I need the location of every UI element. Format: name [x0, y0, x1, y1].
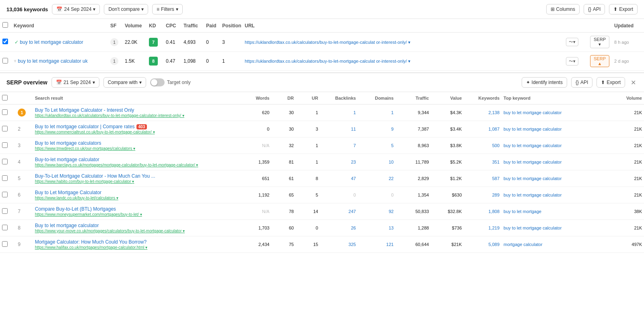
keyword-link[interactable]: buy to let mortgage calculator: [20, 39, 83, 45]
serp-select-all[interactable]: [2, 95, 8, 100]
keywords-link[interactable]: 5,089: [489, 242, 500, 247]
result-url[interactable]: https://uklandlordtax.co.uk/calculators/…: [35, 113, 238, 118]
chevron-down: ▾: [573, 59, 576, 64]
serp-row-checkbox[interactable]: [2, 192, 8, 197]
row-checkbox[interactable]: [2, 39, 8, 44]
result-url[interactable]: https://www.tmwdirect.co.uk/our-mortgage…: [35, 146, 238, 151]
serp-result-row: 8 Buy to let mortgage calculator https:/…: [0, 220, 644, 236]
result-title[interactable]: Buy to let mortgage calculators: [35, 140, 101, 146]
top-keyword-link[interactable]: buy to let mortgage calculator: [504, 176, 561, 181]
result-url[interactable]: https://www.barclays.co.uk/mortgages/mor…: [35, 163, 238, 167]
top-keyword-link[interactable]: buy to let mortgage: [504, 209, 541, 214]
top-keyword-link[interactable]: buy to let mortgage calculator: [504, 160, 561, 164]
serp-button[interactable]: SERP ▲: [590, 55, 609, 67]
serp-row-checkbox[interactable]: [2, 142, 8, 148]
serp-row-checkbox[interactable]: [2, 159, 8, 164]
top-keyword-link[interactable]: buy to let mortgage calculator: [504, 110, 561, 115]
result-url[interactable]: https://www.habito.com/buy-to-let-mortga…: [35, 179, 238, 184]
serp-api-button[interactable]: {} API: [571, 77, 592, 88]
compare-button[interactable]: Don't compare ▾: [104, 4, 148, 14]
backlinks-link[interactable]: 26: [351, 226, 356, 230]
result-title[interactable]: Buy To Let Mortgage Calculator - Interes…: [35, 107, 134, 113]
trend-button[interactable]: 〜 ▾: [566, 57, 578, 66]
result-title[interactable]: Buy-to-let mortgage calculator: [35, 157, 99, 162]
top-keyword-link[interactable]: buy to let mortgage calculator: [504, 226, 561, 230]
trend-button[interactable]: 〜 ▾: [566, 38, 578, 46]
domains-link[interactable]: 1: [391, 110, 394, 115]
keyword-link[interactable]: buy to let mortgage calculator uk: [18, 58, 87, 64]
toggle-wrap: Target only: [150, 78, 191, 86]
compare-with-button[interactable]: Compare with ▾: [103, 77, 146, 88]
top-keyword-link[interactable]: buy to let mortgage calculator: [504, 127, 561, 131]
domains-link[interactable]: 92: [389, 209, 394, 214]
serp-button[interactable]: SERP ▾: [590, 36, 609, 48]
row-checkbox[interactable]: [2, 58, 8, 64]
domains-link[interactable]: 22: [389, 176, 394, 181]
columns-button[interactable]: ⊞ Columns: [546, 4, 580, 14]
result-title[interactable]: Buy to let mortgage calculator: [35, 223, 99, 228]
result-num: 1: [18, 109, 26, 117]
serp-export-button[interactable]: ⬆ Export: [597, 77, 625, 88]
domains-link[interactable]: 10: [389, 160, 394, 164]
url-link[interactable]: https://uklandlordtax.co.uk/calculators/…: [245, 40, 411, 45]
top-keyword-link[interactable]: buy to let mortgage calculator: [504, 143, 561, 148]
backlinks-link[interactable]: 47: [351, 176, 356, 181]
result-url[interactable]: https://www.halifax.co.uk/mortgages/mort…: [35, 245, 238, 250]
result-url[interactable]: https://www.landc.co.uk/buy-to-let/calcu…: [35, 196, 238, 200]
ur-val: 8: [296, 170, 320, 187]
dr-val: 32: [271, 137, 295, 154]
domains-link[interactable]: 13: [389, 226, 394, 230]
paid-cell: 0: [204, 33, 220, 52]
backlinks-link[interactable]: 247: [349, 209, 356, 214]
check-mark: ✓: [14, 39, 19, 45]
api-button[interactable]: {} API: [584, 4, 605, 14]
serp-row-checkbox[interactable]: [2, 225, 8, 230]
date-button[interactable]: 📅 24 Sep 2024 ▾: [52, 4, 100, 14]
keywords-link[interactable]: 1,808: [489, 209, 500, 214]
result-title[interactable]: Buy to Let Mortgage Calculator: [35, 190, 101, 195]
domains-link[interactable]: 121: [386, 242, 394, 247]
serp-row-checkbox[interactable]: [2, 175, 8, 181]
serp-row-checkbox[interactable]: [2, 109, 8, 115]
result-title[interactable]: Buy to let mortgage calculator | Compare…: [35, 124, 135, 129]
top-keyword-cell: buy to let mortgage calculator: [502, 220, 611, 236]
backlinks-link[interactable]: 23: [351, 160, 356, 164]
keywords-link[interactable]: 351: [492, 160, 500, 164]
result-url[interactable]: https://www.your-move.co.uk/mortgages/ca…: [35, 229, 238, 233]
result-url[interactable]: https://www.moneysupermarket.com/mortgag…: [35, 212, 238, 217]
serp-row-checkbox[interactable]: [2, 241, 8, 247]
backlinks-link[interactable]: 325: [349, 242, 356, 247]
keywords-link[interactable]: 587: [492, 176, 500, 181]
top-keyword-link[interactable]: buy to let mortgage calculator: [504, 193, 561, 197]
url-link[interactable]: https://uklandlordtax.co.uk/calculators/…: [245, 59, 411, 64]
top-keyword-link[interactable]: mortgage calculator: [504, 242, 543, 247]
domains-link[interactable]: 5: [391, 143, 394, 148]
filters-button[interactable]: ≡ Filters ▾: [152, 4, 183, 14]
backlinks-link[interactable]: 1: [353, 110, 356, 115]
keywords-link[interactable]: 2,138: [489, 110, 500, 115]
serp-row-checkbox[interactable]: [2, 208, 8, 214]
backlinks-link[interactable]: 11: [351, 127, 356, 131]
result-title[interactable]: Compare Buy-to-Let (BTL) Mortgages: [35, 206, 116, 212]
serp-close-button[interactable]: ✕: [629, 79, 638, 86]
keywords-link[interactable]: 1,219: [489, 226, 500, 230]
keywords-link[interactable]: 500: [492, 143, 500, 148]
result-num: 8: [18, 225, 21, 231]
keywords-link[interactable]: 289: [492, 193, 500, 197]
top-keyword-cell: buy to let mortgage calculator: [502, 137, 611, 154]
select-all-checkbox[interactable]: [2, 22, 8, 28]
identify-intents-button[interactable]: ✦ Identify intents: [522, 77, 567, 88]
result-title[interactable]: Mortgage Calculator: How Much Could You …: [35, 239, 147, 245]
export-button[interactable]: ⬆ Export: [609, 4, 638, 14]
domains-link[interactable]: 9: [391, 127, 394, 131]
serp-row-checkbox[interactable]: [2, 126, 8, 131]
ur-val: 1: [296, 137, 320, 154]
paid-cell: 0: [204, 52, 220, 71]
target-only-toggle[interactable]: [150, 78, 165, 86]
result-title[interactable]: Buy-To-Let Mortgage Calculator - How Muc…: [35, 173, 155, 179]
result-cell: Buy to let mortgage calculator https://w…: [33, 220, 240, 236]
backlinks-link[interactable]: 7: [353, 143, 356, 148]
result-url[interactable]: https://www.commercialtrust.co.uk/buy-to…: [35, 130, 238, 134]
serp-date-button[interactable]: 📅 21 Sep 2024 ▾: [52, 77, 99, 88]
keywords-link[interactable]: 1,087: [489, 127, 500, 131]
